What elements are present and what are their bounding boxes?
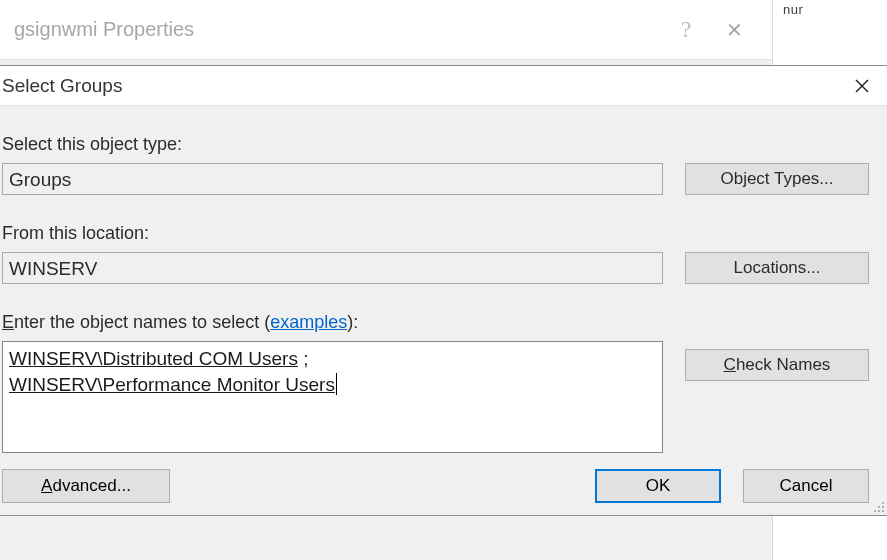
parent-close-icon[interactable]: ✕ [710,18,758,42]
svg-point-3 [878,506,880,508]
from-location-label: From this location: [2,223,663,244]
locations-button[interactable]: Locations... [685,252,869,284]
from-location-field: WINSERV [2,252,663,284]
close-icon [855,79,869,93]
svg-point-6 [878,510,880,512]
check-names-button[interactable]: Check Names [685,349,869,381]
select-groups-dialog: Select Groups Select this object type: G… [0,65,887,516]
resize-grip[interactable] [871,499,885,513]
examples-link[interactable]: examples [270,312,347,332]
resize-grip-icon [871,499,885,513]
enter-names-label: Enter the object names to select (exampl… [2,312,869,333]
object-types-button[interactable]: Object Types... [685,163,869,195]
right-pane-text-fragment: nur [773,0,887,18]
parent-window-title: gsignwmi Properties [14,18,662,41]
ok-button[interactable]: OK [595,469,721,503]
close-button[interactable] [839,69,885,103]
dialog-title: Select Groups [2,75,839,97]
object-type-label: Select this object type: [2,134,663,155]
cancel-button[interactable]: Cancel [743,469,869,503]
resolved-name-2: WINSERV\Performance Monitor Users [9,374,335,395]
dialog-footer: Advanced... OK Cancel [0,461,887,515]
svg-point-4 [882,506,884,508]
svg-point-2 [882,502,884,504]
enter-names-accel: E [2,312,14,332]
resolved-name-1: WINSERV\Distributed COM Users [9,348,298,369]
dialog-titlebar: Select Groups [0,66,887,106]
dialog-body: Select this object type: Groups Object T… [0,106,887,461]
svg-point-7 [882,510,884,512]
text-caret [336,373,337,395]
parent-window-titlebar: gsignwmi Properties ? ✕ [0,0,772,60]
svg-point-5 [874,510,876,512]
help-icon[interactable]: ? [662,16,710,43]
object-names-input[interactable]: WINSERV\Distributed COM Users ; WINSERV\… [2,341,663,453]
object-type-field: Groups [2,163,663,195]
advanced-button[interactable]: Advanced... [2,469,170,503]
